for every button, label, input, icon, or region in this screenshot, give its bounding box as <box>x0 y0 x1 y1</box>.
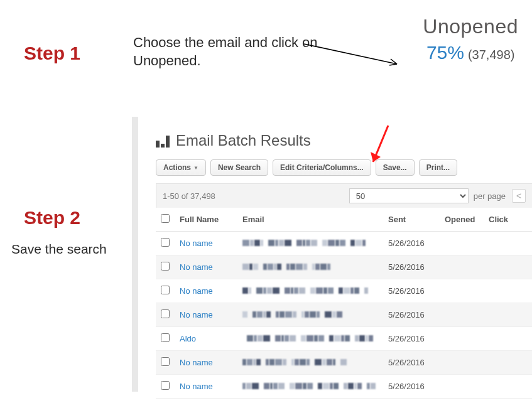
step2-instruction: Save the search <box>11 242 107 257</box>
name-link[interactable]: No name <box>180 310 213 319</box>
name-link[interactable]: No name <box>180 286 213 296</box>
sent-cell: 5/26/2016 <box>383 375 440 399</box>
opened-cell <box>440 255 484 279</box>
col-opened[interactable]: Opened <box>440 208 484 232</box>
name-link[interactable]: No name <box>180 358 213 367</box>
step1-label: Step 1 <box>24 43 80 64</box>
sent-cell: 5/26/2016 <box>383 255 440 279</box>
row-checkbox[interactable] <box>161 309 170 318</box>
name-link[interactable]: Aldo <box>180 334 196 343</box>
results-panel: Email Batch Results Actions▼ New Search … <box>156 132 532 399</box>
clicked-cell <box>484 232 532 255</box>
select-all-checkbox[interactable] <box>161 214 170 223</box>
save-button[interactable]: Save... <box>376 159 415 176</box>
bar-chart-icon <box>156 134 170 148</box>
step2-label: Step 2 <box>24 207 80 228</box>
clicked-cell <box>484 375 532 399</box>
table-row: No name5/26/2016 <box>156 375 532 399</box>
sent-cell: 5/26/2016 <box>383 303 440 327</box>
opened-cell <box>440 232 484 255</box>
col-full-name[interactable]: Full Name <box>175 208 237 232</box>
redacted-email <box>242 311 342 318</box>
opened-cell <box>440 279 484 303</box>
clicked-cell <box>484 327 532 351</box>
per-page-select[interactable]: 50 <box>349 188 469 203</box>
chevron-down-icon: ▼ <box>193 165 198 171</box>
clicked-cell <box>484 351 532 375</box>
row-checkbox[interactable] <box>161 357 170 366</box>
table-row: No name5/26/2016 <box>156 232 532 255</box>
clicked-cell <box>484 279 532 303</box>
redacted-email <box>242 240 366 246</box>
actions-button[interactable]: Actions▼ <box>156 159 206 176</box>
opened-cell <box>440 375 484 399</box>
redacted-email <box>242 264 335 270</box>
opened-cell <box>440 327 484 351</box>
toolbar: Actions▼ New Search Edit Criteria/Column… <box>156 159 532 176</box>
new-search-button[interactable]: New Search <box>210 159 268 176</box>
pager-prev-button[interactable]: < <box>512 189 526 203</box>
table-row: No name5/26/2016 <box>156 351 532 375</box>
table-row: No name5/26/2016 <box>156 255 532 279</box>
row-checkbox[interactable] <box>161 381 170 390</box>
opened-cell <box>440 351 484 375</box>
unopened-percent: 75% <box>426 42 464 63</box>
clicked-cell <box>484 303 532 327</box>
col-sent[interactable]: Sent <box>383 208 440 232</box>
redacted-email <box>242 335 373 341</box>
per-page-label: per page <box>474 191 506 201</box>
sent-cell: 5/26/2016 <box>383 351 440 375</box>
unopened-metric[interactable]: 75% (37,498) <box>426 42 515 63</box>
table-row: No name5/26/2016 <box>156 279 532 303</box>
opened-cell <box>440 303 484 327</box>
row-checkbox[interactable] <box>161 286 170 294</box>
panel-side-rail <box>132 117 138 392</box>
print-button[interactable]: Print... <box>419 159 457 176</box>
redacted-email <box>242 359 347 365</box>
results-table: Full Name Email Sent Opened Click No nam… <box>156 208 532 399</box>
pager-range: 1-50 of 37,498 <box>163 191 215 201</box>
col-email[interactable]: Email <box>237 208 383 232</box>
edit-criteria-button[interactable]: Edit Criteria/Columns... <box>273 159 371 176</box>
table-row: No name5/26/2016 <box>156 303 532 327</box>
panel-heading: Email Batch Results <box>156 132 532 149</box>
row-checkbox[interactable] <box>161 238 170 247</box>
name-link[interactable]: No name <box>180 382 213 391</box>
sent-cell: 5/26/2016 <box>383 327 440 351</box>
panel-title: Email Batch Results <box>176 132 311 149</box>
row-checkbox[interactable] <box>161 333 170 342</box>
step1-instruction: Choose the email and click on Unopened. <box>133 34 322 70</box>
col-clicked[interactable]: Click <box>484 208 532 232</box>
row-checkbox[interactable] <box>161 262 170 271</box>
pager-row: 1-50 of 37,498 50 per page < <box>156 183 532 208</box>
clicked-cell <box>484 255 532 279</box>
redacted-email <box>242 383 376 389</box>
table-row: Aldo5/26/2016 <box>156 327 532 351</box>
unopened-count: (37,498) <box>468 48 515 62</box>
name-link[interactable]: No name <box>180 262 213 272</box>
name-link[interactable]: No name <box>180 239 213 248</box>
redacted-email <box>242 287 368 294</box>
sent-cell: 5/26/2016 <box>383 232 440 255</box>
unopened-title: Unopened <box>423 15 518 38</box>
sent-cell: 5/26/2016 <box>383 279 440 303</box>
header-row: Full Name Email Sent Opened Click <box>156 208 532 232</box>
